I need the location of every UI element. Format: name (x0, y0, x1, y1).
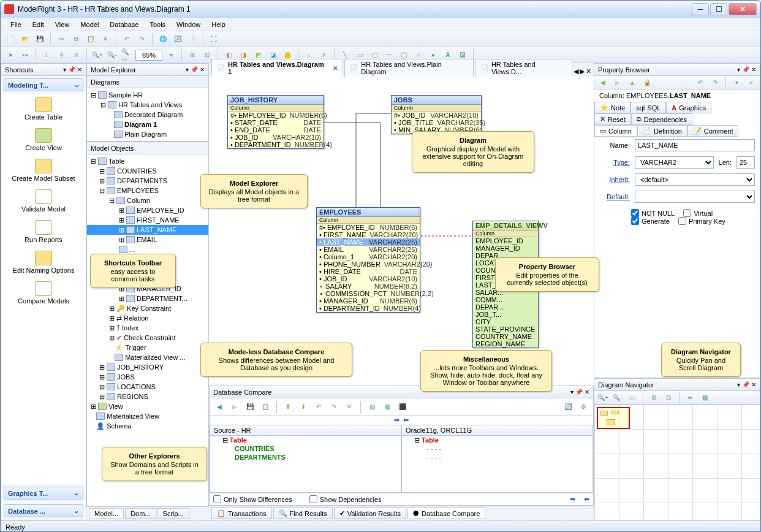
tab-model[interactable]: Model... (89, 508, 124, 519)
len-input[interactable] (736, 156, 755, 169)
globe-icon[interactable]: 🌐 (157, 33, 169, 45)
dbc-arrow-left-icon[interactable]: ⬅ (403, 416, 409, 424)
show-deps-checkbox[interactable]: Show Dependencies (309, 495, 382, 503)
only-diff-checkbox[interactable]: Only Show Differences (213, 495, 292, 503)
chk-notnull[interactable]: NOT NULL (631, 209, 675, 217)
pb-lock-icon[interactable]: 🔒 (641, 77, 653, 89)
open-icon[interactable]: 📂 (19, 33, 31, 45)
inherit-select[interactable]: <default> (635, 173, 755, 186)
dbc-arrow-left2-icon[interactable]: ⬅ (584, 495, 589, 503)
pb-fwd-icon[interactable]: ▶ (611, 77, 624, 89)
entity-jobs[interactable]: JOBS Column #• JOB_IDVARCHAR2(10) • JOB_… (391, 95, 482, 134)
shortcut-create-model-subset[interactable]: Create Model Subset (1, 155, 86, 186)
tab-diagram-trunc[interactable]: 📄 HR Tables and Views.D... (475, 59, 572, 77)
link2-icon[interactable]: ⟠ (55, 49, 67, 61)
fullscreen-icon[interactable]: ⛶ (208, 33, 220, 45)
menu-edit[interactable]: Edit (28, 20, 49, 29)
tab-diagram-1[interactable]: 📄 HR Tables and Views.Diagram 1✕ (211, 59, 343, 77)
me-dropdown-icon[interactable]: ▾ (186, 66, 189, 73)
nav-grid2-icon[interactable]: ⊡ (662, 392, 675, 404)
refresh-icon[interactable]: 🔄 (172, 33, 184, 45)
shortcut-create-table[interactable]: Create Table (1, 94, 86, 124)
pb-tab-sql[interactable]: sql SQL (630, 102, 666, 113)
menu-file[interactable]: File (6, 20, 26, 29)
pb-apply-icon[interactable]: ✓ (745, 77, 757, 89)
type-select[interactable]: VARCHAR2 (635, 156, 714, 169)
dbc-highlight-icon[interactable]: ⬛ (396, 401, 409, 413)
dbc-settings-icon[interactable]: ⚙ (577, 401, 589, 413)
dbc-delete-icon[interactable]: ✕ (343, 401, 355, 413)
pb-undo-icon[interactable]: ↶ (694, 77, 706, 89)
diagram-canvas[interactable]: JOB_HISTORY Column #• EMPLOYEE_IDNUMBER(… (209, 77, 594, 386)
navigator-canvas[interactable] (594, 405, 760, 520)
nav-pin-icon[interactable]: 📌 (742, 381, 749, 388)
entity-employees[interactable]: EMPLOYEES Column #• EMPLOYEE_IDNUMBER(6)… (316, 207, 420, 313)
menu-database[interactable]: Database (105, 20, 143, 29)
dbc-arrow-right-icon[interactable]: ➡ (394, 416, 399, 424)
shortcut-compare-models[interactable]: Compare Models (1, 278, 86, 308)
dbc-dropdown-icon[interactable]: ▾ (570, 389, 574, 395)
pb-dd-icon[interactable]: ▾ (730, 77, 743, 89)
delete-icon[interactable]: ✕ (99, 33, 112, 45)
tab-validation[interactable]: ✔ Validation Results (334, 507, 406, 519)
pb-tab-note[interactable]: ⭐ Note (594, 102, 630, 113)
pointer-icon[interactable]: ➤ (4, 49, 17, 61)
nav-zoomfit-icon[interactable]: ▭ (626, 392, 638, 404)
chk-generate[interactable]: Generate (631, 217, 670, 225)
link1-icon[interactable]: ⟟ (40, 49, 53, 61)
nav-close-icon[interactable]: ✕ (751, 381, 756, 388)
zoom-dropdown-icon[interactable]: ▾ (165, 49, 177, 61)
nav-dropdown-icon[interactable]: ▾ (737, 381, 740, 388)
close-button[interactable]: ✕ (729, 3, 757, 15)
menu-window[interactable]: Window (172, 20, 205, 29)
menu-view[interactable]: View (50, 20, 75, 29)
pin2-icon[interactable]: 📌 (68, 66, 75, 73)
tab-db-compare[interactable]: ⬣ Database Compare (407, 507, 485, 519)
nav-grid3-icon[interactable]: ▦ (699, 392, 711, 404)
pb-tab-deps[interactable]: ⧉ Dependencies (631, 113, 692, 125)
pb-tab-comment[interactable]: 📝 Comment (687, 125, 739, 137)
dbc-detail-icon[interactable]: ▦ (381, 401, 393, 413)
entity-job-history[interactable]: JOB_HISTORY Column #• EMPLOYEE_IDNUMBER(… (227, 95, 324, 149)
pb-back-icon[interactable]: ◀ (597, 77, 609, 89)
me-close-icon[interactable]: ✕ (200, 66, 205, 73)
redo-icon[interactable]: ↷ (135, 33, 148, 45)
titlebar[interactable]: ModelRight 3 - HR - HR Tables and Views.… (1, 1, 760, 18)
nav-grid-icon[interactable]: ⊞ (648, 392, 660, 404)
section-modeling[interactable]: Modeling T...⌵ (4, 78, 83, 91)
shortcut-create-view[interactable]: Create View (1, 124, 86, 155)
dbc-back-icon[interactable]: ◀ (213, 401, 225, 413)
dbc-down-icon[interactable]: ⬇ (297, 401, 309, 413)
tab-close-icon[interactable]: ✕ (333, 65, 338, 72)
dbc-save-icon[interactable]: 💾 (244, 401, 256, 413)
tab-scripts[interactable]: Scrip... (157, 508, 189, 519)
diagrams-tree[interactable]: ⊟ Sample HR ⊟ HR Tables and Views Decora… (87, 88, 208, 141)
undo-icon[interactable]: ↶ (121, 33, 133, 45)
pb-tab-graphics[interactable]: A Graphics (666, 102, 711, 113)
dbc-undo-icon[interactable]: ↶ (312, 401, 325, 413)
zoom-out-icon[interactable]: 🔍- (106, 49, 118, 61)
pb-tab-column[interactable]: ▭ Column (594, 125, 637, 137)
menu-model[interactable]: Model (75, 20, 104, 29)
tab-nav-right-icon[interactable]: ▶ (580, 67, 585, 75)
dbc-arrow-right2-icon[interactable]: ➡ (570, 495, 575, 503)
pb-close-icon[interactable]: ✕ (751, 66, 756, 73)
nav-zoomout-icon[interactable]: 🔍- (611, 392, 624, 404)
dbc-redo-icon[interactable]: ↷ (328, 401, 340, 413)
shortcut-run-reports[interactable]: Run Reports (1, 216, 86, 247)
link3-icon[interactable]: ⤭ (70, 49, 82, 61)
save-icon[interactable]: 💾 (34, 33, 46, 45)
default-select[interactable] (635, 191, 755, 203)
dbc-script-icon[interactable]: 📋 (259, 401, 271, 413)
menu-tools[interactable]: Tools (145, 20, 170, 29)
dbc-list-icon[interactable]: ▤ (366, 401, 378, 413)
zoom-input[interactable] (135, 50, 162, 61)
copy-icon[interactable]: ⧉ (70, 33, 82, 45)
maximize-button[interactable]: ☐ (710, 3, 727, 15)
dbc-left-pane[interactable]: Source - HR ⊟ Table COUNTRIES DEPARTMENT… (210, 425, 401, 493)
pb-redo-icon[interactable]: ↷ (709, 77, 721, 89)
tab-plain-diagram[interactable]: 📄 HR Tables and Views.Plain Diagram (344, 59, 474, 77)
cut-icon[interactable]: ✂ (55, 33, 67, 45)
zoom-in-icon[interactable]: 🔍+ (91, 49, 104, 61)
dbc-refresh-icon[interactable]: 🔄 (562, 401, 574, 413)
